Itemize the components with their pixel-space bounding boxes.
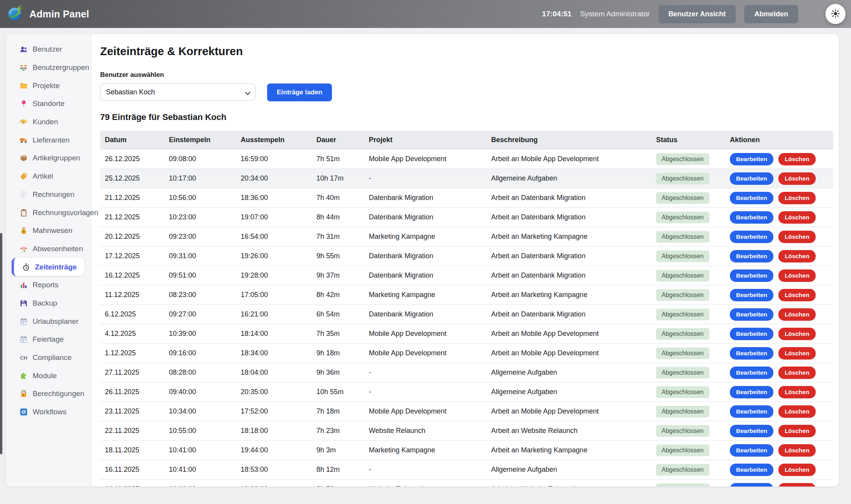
delete-button[interactable]: Löschen — [778, 308, 816, 321]
table-row: 16.11.2025 10:10:00 19:02:00 8h 52m Webs… — [100, 480, 833, 487]
delete-button[interactable]: Löschen — [778, 464, 816, 476]
table-row: 27.11.2025 08:28:00 18:04:00 9h 36m - Al… — [100, 363, 833, 382]
cell-einstempeln: 10:34:00 — [164, 402, 236, 421]
table-header-row: Datum Einstempeln Ausstempeln Dauer Proj… — [100, 131, 833, 149]
sidebar-item-lieferanten[interactable]: Lieferanten — [6, 131, 91, 149]
col-header-ausstempeln: Ausstempeln — [236, 131, 312, 149]
delete-button[interactable]: Löschen — [778, 386, 816, 398]
sidebar-item-artikel[interactable]: Artikel — [6, 167, 91, 186]
edit-button[interactable]: Bearbeiten — [730, 172, 773, 185]
logout-button[interactable]: Abmelden — [744, 5, 798, 23]
edit-button[interactable]: Bearbeiten — [730, 328, 773, 340]
delete-button[interactable]: Löschen — [778, 192, 816, 204]
col-header-einstempeln: Einstempeln — [164, 131, 236, 149]
edit-button[interactable]: Bearbeiten — [730, 405, 773, 418]
table-row: 16.11.2025 10:41:00 18:53:00 8h 12m - Al… — [100, 460, 833, 480]
cell-dauer: 9h 37m — [312, 266, 364, 285]
delete-button[interactable]: Löschen — [778, 347, 816, 360]
sidebar-item-feiertage[interactable]: Feiertage — [6, 330, 91, 349]
bar-chart-icon — [19, 281, 28, 289]
edit-button[interactable]: Bearbeiten — [730, 386, 773, 398]
sidebar-item-label: Mahnwesen — [33, 226, 72, 235]
delete-button[interactable]: Löschen — [778, 172, 816, 185]
user-view-button[interactable]: Benutzer Ansicht — [658, 5, 736, 23]
cell-status: Abgeschlossen — [651, 169, 725, 188]
sidebar-item-kunden[interactable]: Kunden — [6, 113, 91, 131]
edit-button[interactable]: Bearbeiten — [730, 425, 773, 437]
sidebar-item-urlaubsplaner[interactable]: Urlaubsplaner — [6, 312, 91, 330]
cell-aktionen: Bearbeiten Löschen — [725, 188, 833, 208]
sidebar-item-rechnungen[interactable]: Rechnungen — [6, 186, 91, 204]
load-entries-button[interactable]: Einträge laden — [267, 83, 332, 101]
delete-button[interactable]: Löschen — [778, 153, 816, 165]
delete-button[interactable]: Löschen — [778, 250, 816, 262]
edit-button[interactable]: Bearbeiten — [730, 269, 773, 282]
sidebar-item-backup[interactable]: Backup — [6, 294, 91, 313]
sidebar-item-reports[interactable]: Reports — [6, 276, 91, 294]
cell-datum: 16.11.2025 — [100, 460, 164, 480]
sidebar-item-benutzer[interactable]: Benutzer — [6, 40, 91, 59]
sidebar-item-projekte[interactable]: Projekte — [6, 76, 91, 95]
sidebar-item-compliance[interactable]: CH Compliance — [6, 349, 91, 367]
delete-button[interactable]: Löschen — [778, 289, 816, 301]
cell-beschreibung: Arbeit an Marketing Kampagne — [486, 285, 651, 305]
delete-button[interactable]: Löschen — [778, 405, 816, 418]
edit-button[interactable]: Bearbeiten — [730, 464, 773, 476]
sidebar-item-workflows[interactable]: Workflows — [6, 403, 91, 421]
cell-beschreibung: Arbeit an Datenbank Migration — [486, 305, 651, 324]
delete-button[interactable]: Löschen — [778, 231, 816, 243]
page-title: Zeiteinträge & Korrekturen — [100, 45, 833, 58]
theme-toggle-button[interactable] — [825, 4, 846, 24]
cell-aktionen: Bearbeiten Löschen — [725, 266, 833, 285]
pin-icon — [19, 99, 28, 108]
sidebar-item-abwesenheiten[interactable]: Abwesenheiten — [6, 240, 91, 258]
delete-button[interactable]: Löschen — [778, 425, 816, 437]
sidebar-item-standorte[interactable]: Standorte — [6, 95, 91, 113]
edit-button[interactable]: Bearbeiten — [730, 367, 773, 379]
sidebar-item-mahnwesen[interactable]: $ Mahnwesen — [6, 222, 91, 240]
sidebar-item-berechtigungen[interactable]: Berechtigungen — [6, 385, 91, 403]
cell-datum: 21.12.2025 — [100, 188, 164, 208]
edit-button[interactable]: Bearbeiten — [730, 192, 773, 204]
cell-aktionen: Bearbeiten Löschen — [725, 227, 833, 247]
delete-button[interactable]: Löschen — [778, 444, 816, 457]
edit-button[interactable]: Bearbeiten — [730, 250, 773, 262]
cell-aktionen: Bearbeiten Löschen — [725, 344, 833, 363]
sidebar-item-rechnungsvorlagen[interactable]: Rechnungsvorlagen — [6, 203, 91, 222]
status-badge: Abgeschlossen — [656, 406, 709, 417]
user-select[interactable]: Sebastian Koch — [100, 83, 255, 101]
edit-button[interactable]: Bearbeiten — [730, 211, 773, 224]
status-badge: Abgeschlossen — [656, 328, 709, 340]
cell-beschreibung: Arbeit an Datenbank Migration — [486, 266, 651, 285]
edit-button[interactable]: Bearbeiten — [730, 231, 773, 243]
sidebar-item-zeiteintr-ge[interactable]: Zeiteinträge — [12, 258, 85, 276]
sidebar-item-label: Urlaubsplaner — [33, 317, 78, 326]
left-scrollbar-thumb[interactable] — [0, 233, 2, 454]
cell-einstempeln: 09:51:00 — [164, 266, 236, 285]
sidebar-item-benutzergruppen[interactable]: Benutzergruppen — [6, 59, 91, 77]
table-row: 25.12.2025 10:17:00 20:34:00 10h 17m - A… — [100, 169, 833, 188]
edit-button[interactable]: Bearbeiten — [730, 483, 773, 487]
edit-button[interactable]: Bearbeiten — [730, 444, 773, 457]
edit-button[interactable]: Bearbeiten — [730, 308, 773, 321]
delete-button[interactable]: Löschen — [778, 211, 816, 224]
app-container: Benutzer Benutzergruppen Projekte Stando… — [6, 34, 839, 487]
edit-button[interactable]: Bearbeiten — [730, 347, 773, 360]
cell-dauer: 8h 44m — [312, 208, 364, 227]
sidebar-item-artikelgruppen[interactable]: Artikelgruppen — [6, 149, 91, 167]
delete-button[interactable]: Löschen — [778, 483, 816, 487]
sidebar-item-label: Abwesenheiten — [33, 245, 83, 253]
delete-button[interactable]: Löschen — [778, 328, 816, 340]
cell-aktionen: Bearbeiten Löschen — [725, 247, 833, 266]
sidebar-item-module[interactable]: Module — [6, 367, 91, 385]
edit-button[interactable]: Bearbeiten — [730, 153, 773, 165]
cell-einstempeln: 10:23:00 — [164, 208, 236, 227]
delete-button[interactable]: Löschen — [778, 367, 816, 379]
folder-icon — [19, 82, 28, 90]
delete-button[interactable]: Löschen — [778, 269, 816, 282]
results-heading: 79 Einträge für Sebastian Koch — [100, 112, 833, 122]
cell-aktionen: Bearbeiten Löschen — [725, 208, 833, 227]
status-badge: Abgeschlossen — [656, 348, 709, 359]
edit-button[interactable]: Bearbeiten — [730, 289, 773, 301]
cell-status: Abgeschlossen — [651, 382, 725, 402]
